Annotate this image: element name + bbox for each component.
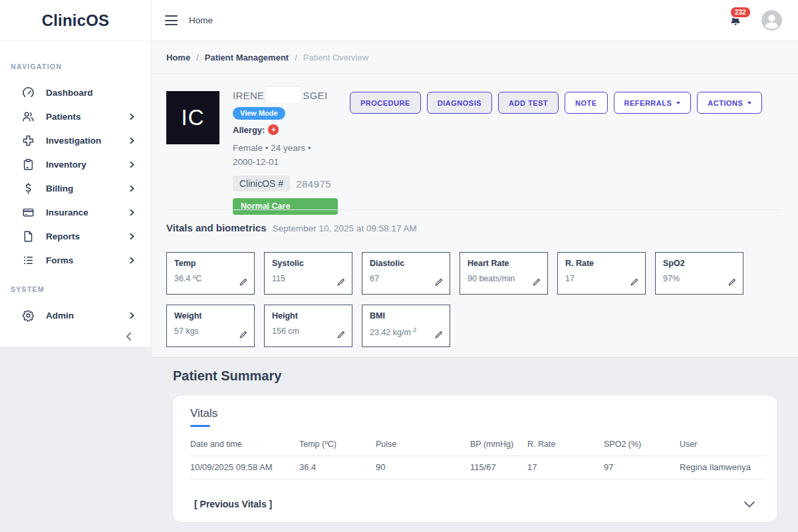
vital-card-systolic: Systolic 115	[264, 252, 352, 295]
breadcrumb: Home / Patient Management / Patient Over…	[152, 41, 798, 74]
breadcrumb-current: Patient Overview	[303, 53, 368, 63]
cell-bp: 115/67	[470, 456, 527, 479]
column-header: Pulse	[376, 434, 470, 456]
vitals-timestamp: September 10, 2025 at 09:58:17 AM	[273, 223, 417, 233]
sidebar-item-insurance[interactable]: Insurance	[0, 200, 151, 224]
vital-label: Heart Rate	[467, 259, 540, 268]
tab-vitals[interactable]: Vitals	[190, 407, 217, 427]
sidebar-item-inventory[interactable]: Inventory	[0, 152, 151, 176]
chevron-right-icon	[128, 136, 136, 145]
vital-value: 23.42 kg/m 2	[370, 327, 442, 337]
breadcrumb-home[interactable]: Home	[166, 53, 190, 63]
referrals-dropdown-button[interactable]: REFERRALS	[614, 92, 692, 114]
active-tab-indicator	[190, 425, 210, 427]
breadcrumb-patient-management[interactable]: Patient Management	[205, 53, 289, 63]
edit-pencil-icon[interactable]	[434, 278, 443, 287]
clinicos-app: ClinicOS NAVIGATION Dashboard Patients I…	[0, 0, 798, 532]
procedure-button[interactable]: PROCEDURE	[350, 92, 421, 114]
section-divider	[166, 209, 781, 210]
vitals-table: Date and time Temp (ºC) Pulse BP (mmHg) …	[190, 434, 765, 479]
patient-first-name: IRENE	[233, 90, 264, 101]
diagnosis-button[interactable]: DIAGNOSIS	[427, 92, 492, 114]
patient-id-row: ClinicOS # 284975	[233, 176, 352, 192]
vital-card-height: Height 156 cm	[264, 305, 352, 347]
vital-label: Temp	[174, 259, 247, 268]
demographics-line2: 2000-12-01	[233, 155, 352, 169]
allergy-label: Allergy:	[233, 125, 265, 135]
sidebar: ClinicOS NAVIGATION Dashboard Patients I…	[0, 0, 152, 348]
cell-user: Regina Ilamwenya	[680, 456, 765, 479]
vital-value: 97%	[663, 274, 735, 283]
chevron-right-icon	[128, 256, 136, 265]
billing-icon	[22, 182, 35, 195]
sidebar-collapse-button[interactable]	[124, 331, 134, 342]
sidebar-item-patients[interactable]: Patients	[0, 104, 151, 128]
edit-pencil-icon[interactable]	[336, 331, 345, 339]
vital-label: Height	[272, 311, 344, 321]
admin-icon	[22, 309, 35, 322]
chevron-down-icon[interactable]	[741, 496, 757, 512]
vital-value: 17	[565, 274, 638, 283]
logo-wrap: ClinicOS	[0, 0, 151, 41]
vital-label: SpO2	[663, 259, 735, 268]
hamburger-menu-icon[interactable]	[165, 15, 178, 25]
sidebar-item-label: Investigation	[46, 136, 128, 146]
sidebar-item-dashboard[interactable]: Dashboard	[0, 80, 151, 104]
column-header: User	[680, 434, 765, 456]
notifications-button[interactable]: 232	[729, 14, 742, 27]
sidebar-item-label: Inventory	[46, 160, 128, 170]
patient-demographics: Female • 24 years • 2000-12-01	[233, 141, 352, 169]
cell-resp-rate: 17	[527, 456, 604, 479]
tab-vitals-label: Vitals	[190, 407, 217, 420]
chevron-right-icon	[128, 184, 136, 193]
allergy-row: Allergy: +	[233, 124, 352, 135]
chevron-right-icon	[128, 160, 136, 169]
demographics-line1: Female • 24 years •	[233, 141, 352, 155]
sidebar-item-label: Insurance	[46, 207, 128, 217]
vitals-section-title: Vitals and biometrics	[166, 222, 267, 233]
sidebar-item-label: Patients	[46, 112, 128, 122]
patient-info: IRENE SGEI View Mode Allergy: + Female •…	[233, 87, 352, 215]
sidebar-item-reports[interactable]: Reports	[0, 224, 151, 248]
patient-actions: PROCEDURE DIAGNOSIS ADD TEST NOTE REFERR…	[350, 92, 762, 114]
view-mode-badge: View Mode	[233, 107, 285, 120]
previous-vitals-toggle[interactable]: [ Previous Vitals ]	[194, 499, 272, 509]
cell-spo2: 97	[604, 456, 680, 479]
vital-value: 67	[370, 274, 442, 283]
edit-pencil-icon[interactable]	[239, 331, 247, 339]
investigation-icon	[22, 134, 35, 147]
edit-pencil-icon[interactable]	[532, 278, 541, 287]
table-row: 10/09/2025 09:58 AM 36.4 90 115/67 17 97…	[190, 456, 765, 479]
topbar-home-link[interactable]: Home	[189, 15, 213, 25]
note-button[interactable]: NOTE	[565, 92, 608, 114]
sidebar-item-billing[interactable]: Billing	[0, 176, 151, 200]
cell-pulse: 90	[376, 456, 470, 479]
add-test-button[interactable]: ADD TEST	[498, 92, 559, 114]
sidebar-item-investigation[interactable]: Investigation	[0, 128, 151, 152]
edit-pencil-icon[interactable]	[336, 278, 345, 287]
edit-pencil-icon[interactable]	[434, 331, 443, 339]
redaction-box	[266, 87, 301, 103]
insurance-icon	[22, 206, 35, 219]
chevron-right-icon	[128, 112, 136, 121]
sidebar-item-admin[interactable]: Admin	[0, 303, 151, 327]
patient-id-label: ClinicOS #	[233, 176, 290, 192]
add-allergy-button[interactable]: +	[268, 124, 279, 135]
actions-dropdown-button[interactable]: ACTIONS	[697, 92, 762, 114]
edit-pencil-icon[interactable]	[728, 278, 736, 287]
edit-pencil-icon[interactable]	[239, 278, 247, 287]
sidebar-item-label: Billing	[46, 184, 128, 194]
sidebar-item-label: Admin	[46, 311, 128, 321]
cell-temp: 36.4	[299, 456, 376, 479]
edit-pencil-icon[interactable]	[630, 278, 638, 287]
patients-icon	[22, 110, 35, 123]
vital-label: R. Rate	[565, 259, 638, 268]
user-avatar[interactable]	[761, 10, 782, 31]
vital-label: BMI	[370, 311, 442, 321]
patient-last-name: SGEI	[303, 90, 327, 101]
chevron-right-icon	[128, 208, 136, 217]
sidebar-item-forms[interactable]: Forms	[0, 248, 151, 272]
vital-card-resp-rate: R. Rate 17	[557, 252, 646, 295]
cell-datetime: 10/09/2025 09:58 AM	[190, 456, 299, 479]
collapse-row	[0, 327, 151, 342]
